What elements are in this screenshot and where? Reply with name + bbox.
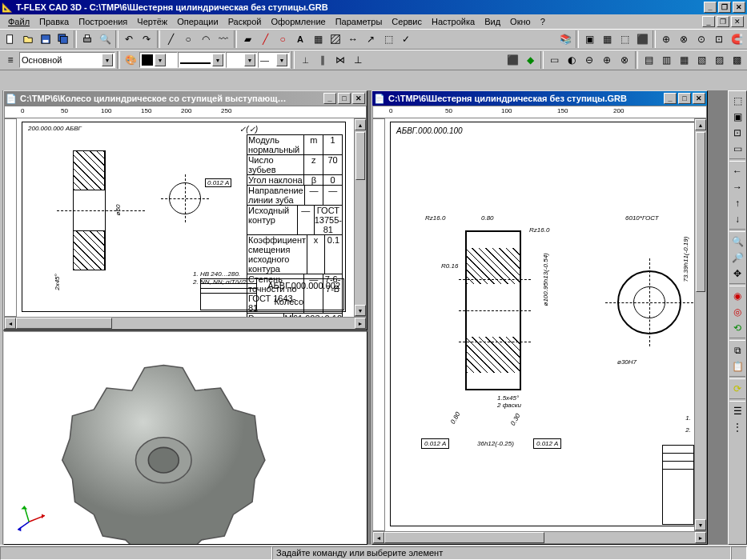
op4-button[interactable]: ⊕ xyxy=(598,51,616,69)
op9-button[interactable]: ▧ xyxy=(693,51,710,69)
copy-view-button[interactable]: ⧉ xyxy=(729,342,745,358)
snap2-button[interactable]: ⊗ xyxy=(675,30,693,48)
relation1-button[interactable]: ⟂ xyxy=(296,51,314,69)
3d-canvas[interactable] xyxy=(4,332,367,544)
menu-operations[interactable]: Операции xyxy=(172,15,223,28)
menu-drawing[interactable]: Чертёж xyxy=(132,15,172,28)
orbit-button[interactable]: ⟲ xyxy=(729,320,745,336)
3d-view2-button[interactable]: ▦ xyxy=(598,30,616,48)
doc2-scrollbar-v[interactable]: ▲ ▼ xyxy=(694,118,707,531)
3d-view3-button[interactable]: ⬚ xyxy=(616,30,633,48)
doc2-scrollbar-h[interactable]: ◄ ► xyxy=(372,531,707,544)
open-button[interactable] xyxy=(19,30,37,48)
doc1-minimize-button[interactable]: _ xyxy=(323,93,336,104)
relation4-button[interactable]: ⊥ xyxy=(349,51,367,69)
redo-button[interactable]: ↷ xyxy=(138,30,155,48)
pan-down-button[interactable]: ↓ xyxy=(729,211,745,227)
scroll-left-button[interactable]: ◄ xyxy=(373,532,384,543)
menu-params[interactable]: Параметры xyxy=(331,15,388,28)
op2-button[interactable]: ◐ xyxy=(563,51,580,69)
doc1-scrollbar-v[interactable]: ▲ ▼ xyxy=(354,118,367,317)
doc2-titlebar[interactable]: 📄 C:\TMP\6\Шестерня цилиндрическая без с… xyxy=(372,91,707,106)
save-all-button[interactable] xyxy=(54,30,72,48)
spline-button[interactable]: 〰 xyxy=(215,30,232,48)
scroll-thumb-h[interactable] xyxy=(16,318,112,329)
zoom-fit-button[interactable]: ⊡ xyxy=(729,125,745,141)
doc1-canvas[interactable]: 200.000.000 АБВГ ø50 2x45° 0.012 A xyxy=(17,118,354,317)
print-button[interactable] xyxy=(78,30,96,48)
endstyle-combo-dropdown[interactable]: ▼ xyxy=(276,54,287,66)
layer-combo-dropdown[interactable]: ▼ xyxy=(102,54,113,66)
mdi-restore-button[interactable]: ❐ xyxy=(717,16,729,27)
doc1-maximize-button[interactable]: □ xyxy=(338,93,351,104)
color-combo[interactable]: ▼ xyxy=(139,52,178,68)
snap4-button[interactable]: ⊡ xyxy=(710,30,728,48)
linetype-combo-dropdown[interactable]: ▼ xyxy=(212,54,223,66)
mdi-close-button[interactable]: ✕ xyxy=(731,16,744,27)
zoom-window-button[interactable]: ⬚ xyxy=(729,93,745,109)
pan-left-button[interactable]: ← xyxy=(729,163,745,179)
doc2-canvas[interactable]: АБВГ.000.000.100 Rz16.0 0.80 Rz16.0 R0.1… xyxy=(385,118,694,531)
doc2-close-button[interactable]: ✕ xyxy=(693,93,705,104)
3d-view1-button[interactable]: ▣ xyxy=(580,30,598,48)
circle-button[interactable]: ○ xyxy=(179,30,197,48)
snap3-button[interactable]: ⊙ xyxy=(693,30,710,48)
dim-button[interactable]: ↔ xyxy=(344,30,362,48)
3d-view4-button[interactable]: ⬛ xyxy=(633,30,651,48)
doc-window-2[interactable]: 📄 C:\TMP\6\Шестерня цилиндрическая без с… xyxy=(371,90,708,545)
redraw-button[interactable]: ⟳ xyxy=(729,381,745,397)
zoom-out-button[interactable]: 🔎 xyxy=(729,250,745,266)
library-button[interactable]: 📚 xyxy=(556,30,574,48)
scroll-thumb[interactable] xyxy=(696,132,705,292)
menu-service[interactable]: Сервис xyxy=(387,15,427,28)
op5-button[interactable]: ⊗ xyxy=(616,51,633,69)
pan-right-button[interactable]: → xyxy=(729,179,745,195)
sketch-circle-button[interactable]: ○ xyxy=(274,30,291,48)
menu-view[interactable]: Вид xyxy=(480,15,505,28)
menu-window[interactable]: Окно xyxy=(505,15,536,28)
restore-button[interactable]: ❐ xyxy=(718,2,731,13)
op7-button[interactable]: ▥ xyxy=(657,51,675,69)
undo-button[interactable]: ↶ xyxy=(120,30,138,48)
pan-up-button[interactable]: ↑ xyxy=(729,195,745,211)
paste-view-button[interactable]: 📋 xyxy=(729,358,745,374)
doc2-maximize-button[interactable]: □ xyxy=(678,93,691,104)
leader-button[interactable]: ↗ xyxy=(362,30,380,48)
roughness-button[interactable]: ✓ xyxy=(397,30,415,48)
menu-format[interactable]: Оформление xyxy=(266,15,330,28)
layer-button[interactable]: ≡ xyxy=(2,51,19,69)
doc1-close-button[interactable]: ✕ xyxy=(352,93,365,104)
scroll-up-button[interactable]: ▲ xyxy=(695,119,706,130)
magnet-button[interactable]: 🧲 xyxy=(728,30,745,48)
scroll-down-button[interactable]: ▼ xyxy=(695,519,706,530)
color-combo-dropdown[interactable]: ▼ xyxy=(155,54,166,66)
new-button[interactable] xyxy=(2,30,19,48)
op10-button[interactable]: ▨ xyxy=(710,51,728,69)
op8-button[interactable]: ▦ xyxy=(675,51,693,69)
fill-button[interactable]: ▰ xyxy=(239,30,256,48)
lineweight-combo-dropdown[interactable]: ▼ xyxy=(244,54,255,66)
menu-construct[interactable]: Построения xyxy=(74,15,132,28)
relation3-button[interactable]: ⋈ xyxy=(331,51,349,69)
table-button[interactable]: ▦ xyxy=(309,30,327,48)
snap1-button[interactable]: ⊕ xyxy=(657,30,675,48)
relation2-button[interactable]: ∥ xyxy=(314,51,331,69)
doc-window-1[interactable]: 📄 C:\TMP\6\Колесо цилиндрическое со ступ… xyxy=(3,90,367,330)
layer-combo[interactable]: Основной ▼ xyxy=(19,52,115,68)
part1-button[interactable]: ⬛ xyxy=(504,51,521,69)
close-button[interactable]: ✕ xyxy=(733,2,745,13)
menu-edit[interactable]: Правка xyxy=(34,15,74,28)
menu-settings[interactable]: Настройка xyxy=(427,15,480,28)
preview-button[interactable]: 🔍 xyxy=(96,30,114,48)
doc1-scrollbar-h[interactable]: ◄ ► xyxy=(4,317,367,330)
scroll-right-button[interactable]: ► xyxy=(355,318,366,329)
sketch-line-button[interactable]: ╱ xyxy=(256,30,274,48)
zoom-extents-button[interactable]: ▣ xyxy=(729,109,745,125)
menu-file[interactable]: Файл xyxy=(3,15,34,28)
zoom-realtime-button[interactable]: ✥ xyxy=(729,266,745,282)
scroll-up-button[interactable]: ▲ xyxy=(355,119,366,130)
view-next-button[interactable]: ◎ xyxy=(729,304,745,320)
op3-button[interactable]: ⊖ xyxy=(580,51,598,69)
line-button[interactable]: ╱ xyxy=(162,30,179,48)
properties-button[interactable]: ☰ xyxy=(729,403,745,419)
